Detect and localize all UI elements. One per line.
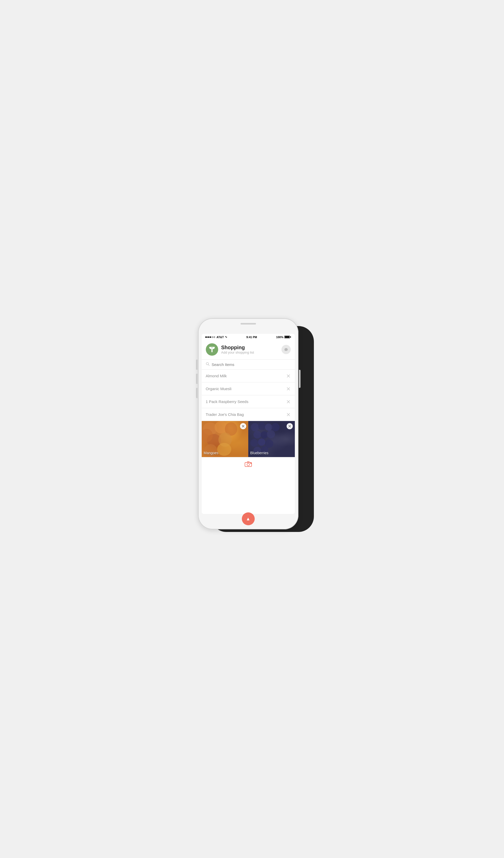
remove-raspberry-seeds-button[interactable] — [286, 400, 291, 403]
close-icon — [287, 413, 290, 416]
signal-dot-4 — [211, 336, 213, 338]
app-header: Shopping Add your shopping list — [202, 340, 295, 360]
search-bar[interactable] — [202, 360, 295, 369]
mango-fruit-8 — [202, 429, 213, 442]
apple-icon — [209, 346, 215, 353]
close-icon — [287, 387, 290, 391]
list-item-text: Organic Muesli — [206, 386, 231, 391]
signal-dot-1 — [205, 336, 207, 338]
berry-fruit-5 — [254, 431, 261, 439]
list-item: Almond Milk — [202, 369, 295, 382]
list-item: 1 Pack Raspberry Seeds — [202, 395, 295, 408]
list-item-text: 1 Pack Raspberry Seeds — [206, 399, 248, 404]
status-time: 9:41 PM — [246, 336, 257, 339]
phone-screen: AT&T ∿ 9:41 PM 100% — [202, 334, 295, 514]
list-item-text: Trader Joe's Chia Bag — [206, 412, 244, 417]
remove-chia-bag-button[interactable] — [286, 413, 291, 416]
camera-bar — [202, 457, 295, 471]
status-right: 100% — [276, 336, 291, 339]
battery-label: 100% — [276, 336, 283, 339]
battery-body — [284, 336, 290, 338]
close-icon — [287, 400, 290, 403]
berry-fruit-4 — [272, 423, 280, 431]
berry-fruit-1 — [251, 423, 259, 431]
camera-button[interactable] — [245, 460, 252, 467]
blueberries-label: Blueberries — [250, 451, 269, 455]
search-input[interactable] — [212, 362, 291, 367]
image-grid: Mangoes — [202, 421, 295, 457]
svg-point-17 — [250, 463, 251, 464]
list-item-text: Almond Milk — [206, 374, 227, 378]
phone-speaker — [241, 323, 256, 324]
carrier-label: AT&T — [217, 336, 224, 339]
battery-fill — [285, 336, 289, 338]
signal-dot-3 — [209, 336, 211, 338]
close-icon — [242, 425, 244, 427]
remove-mangoes-button[interactable] — [240, 423, 246, 429]
phone-body: AT&T ∿ 9:41 PM 100% — [198, 318, 298, 529]
svg-point-1 — [206, 363, 208, 365]
svg-point-16 — [247, 463, 249, 466]
signal-dot-5 — [213, 336, 215, 338]
chat-icon — [284, 347, 288, 351]
blueberries-card[interactable]: Blueberries — [248, 421, 295, 457]
berry-fruit-9 — [258, 439, 265, 446]
berry-fruit-7 — [267, 430, 275, 438]
list-item: Trader Joe's Chia Bag — [202, 408, 295, 421]
remove-organic-muesli-button[interactable] — [286, 387, 291, 391]
berry-fruit-8 — [250, 439, 258, 447]
close-icon — [287, 374, 290, 378]
search-icon-svg — [206, 362, 210, 366]
berry-fruit-3 — [265, 424, 272, 431]
battery-indicator — [284, 336, 291, 338]
app-header-text: Shopping Add your shopping list — [221, 344, 281, 355]
signal-dot-2 — [207, 336, 209, 338]
status-bar: AT&T ∿ 9:41 PM 100% — [202, 334, 295, 340]
status-left: AT&T ∿ — [205, 335, 227, 339]
wifi-icon: ∿ — [225, 335, 227, 339]
remove-blueberries-button[interactable] — [287, 423, 293, 429]
close-icon — [288, 425, 291, 427]
mangoes-card[interactable]: Mangoes — [202, 421, 248, 457]
svg-point-0 — [211, 347, 212, 348]
remove-almond-milk-button[interactable] — [286, 374, 291, 378]
app-logo-icon — [206, 343, 218, 356]
svg-line-2 — [208, 365, 209, 366]
berry-fruit-2 — [258, 422, 266, 430]
phone-wrapper: AT&T ∿ 9:41 PM 100% — [198, 318, 306, 540]
search-icon — [206, 362, 210, 367]
camera-icon — [245, 460, 252, 467]
home-button[interactable]: ▲ — [242, 512, 255, 525]
app-content: Shopping Add your shopping list — [202, 340, 295, 514]
home-icon: ▲ — [246, 516, 250, 522]
mango-fruit-7 — [217, 443, 231, 456]
list-item: Organic Muesli — [202, 382, 295, 395]
app-title: Shopping — [221, 344, 281, 350]
signal-dots — [205, 336, 215, 338]
app-subtitle: Add your shopping list — [221, 350, 281, 355]
mangoes-label: Mangoes — [204, 451, 219, 455]
battery-tip — [290, 336, 291, 338]
chat-button[interactable] — [281, 345, 291, 354]
